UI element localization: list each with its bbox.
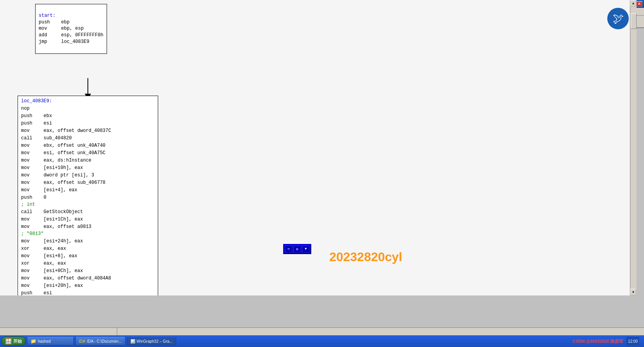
scrollbar-down-arrow[interactable]: ▼	[630, 289, 636, 295]
inst-mov-esi10h: mov [esi+10h], eax	[21, 164, 155, 171]
taskbar-item-ida[interactable]: IDA IDA - C:\Documen...	[75, 337, 125, 345]
ida-taskbar-icon: IDA	[79, 339, 86, 343]
csdn-label: CSDN @20232820 陈彦军	[573, 338, 623, 344]
inst-push-ebx: push ebx	[21, 112, 155, 119]
inst-mov-esi0ch: mov [esi+0Ch], eax	[21, 267, 155, 274]
start-button[interactable]: 🪟 开始	[2, 336, 25, 346]
inst-push-esi: push esi	[21, 120, 155, 127]
ida-logo: 🕊	[607, 8, 629, 29]
inst-mov-eax-a0813: mov eax, offset a0813; "0813"	[21, 223, 155, 237]
start-label: 开始	[13, 338, 22, 344]
inst-mov-ebx: mov ebx, offset unk_40A740	[21, 142, 155, 149]
inst-mov-dword-esi: mov dword ptr [esi], 3	[21, 172, 155, 179]
watermark: 20232820cyl	[329, 250, 402, 264]
scrollbar-right[interactable]: ▲ ▼	[630, 0, 637, 295]
inst-mov-esi8: mov [esi+8], eax	[21, 253, 155, 260]
clock-time: 12:00	[628, 339, 638, 343]
inst-push-0: push 0 ; int	[21, 194, 155, 208]
inst-mov-esi20h: mov [esi+20h], eax	[21, 282, 155, 289]
taskbar-right: CSDN @20232820 陈彦军 12:00	[573, 337, 642, 345]
start-inst-1: push ebp	[39, 20, 70, 25]
taskbar-item-wingraph[interactable]: 📊 WinGraph32 – Gra...	[127, 337, 176, 345]
scrollbar-up-arrow[interactable]: ▲	[630, 0, 636, 7]
inst-xor-eax-2: xor eax, eax	[21, 260, 155, 267]
inst-mov-eax-sub406778: mov eax, offset sub_406778	[21, 179, 155, 186]
inst-mov-esi24h: mov [esi+24h], eax	[21, 238, 155, 245]
start-inst-3: add esp, 0FFFFFFF0h	[39, 32, 103, 38]
loc-label: loc_4083E9:	[21, 98, 155, 105]
start-windows-icon: 🪟	[5, 338, 12, 344]
inst-mov-eax-hinstance: mov eax, ds:hInstance	[21, 157, 155, 164]
close-button[interactable]: ✕	[636, 1, 642, 7]
status-cell-1	[0, 328, 117, 335]
loc-4083e9-block: loc_4083E9: nop push ebx push esi mov ea…	[18, 96, 158, 295]
mini-btn-keyboard[interactable]: ⌨	[285, 246, 293, 253]
inst-push-esi: push esi ; lpWndClass	[21, 290, 155, 295]
taskbar: 🪟 开始 📁 hashed IDA IDA - C:\Documen... 📊 …	[0, 335, 644, 347]
inst-mov-eax-dword4084a8: mov eax, offset dword_4084A8	[21, 275, 155, 282]
inst-nop: nop	[21, 105, 155, 112]
scrollbar-thumb[interactable]	[631, 13, 637, 29]
status-text	[2, 329, 3, 334]
taskbar-ida-label: IDA - C:\Documen...	[87, 339, 122, 343]
inst-call-sub404820: call sub_404820	[21, 135, 155, 142]
taskbar-item-hashed[interactable]: 📁 hashed	[27, 337, 74, 345]
inst-mov-eax-dword: mov eax, offset dword_40837C	[21, 127, 155, 134]
status-bar	[0, 327, 644, 335]
inst-xor-eax-1: xor eax, eax	[21, 245, 155, 252]
start-label: start:	[39, 13, 55, 18]
start-inst-4: jmp loc_4083E9	[39, 39, 89, 44]
wingraph-taskbar-icon: 📊	[130, 339, 135, 343]
inst-mov-esi: mov esi, offset unk_40A75C	[21, 149, 155, 157]
taskbar-wingraph-label: WinGraph32 – Gra...	[137, 339, 173, 343]
taskbar-hashed-label: hashed	[38, 339, 51, 343]
graph-area: 🕊 start: push ebp mov ebp, esp add esp, …	[0, 0, 637, 295]
inst-call-getstockobject: call GetStockObject	[21, 208, 155, 215]
mini-toolbar[interactable]: ⌨ ⚙ ▼	[283, 244, 311, 254]
system-tray[interactable]: 12:00	[626, 337, 639, 345]
folder-icon: 📁	[30, 338, 36, 344]
mini-btn-dropdown[interactable]: ▼	[302, 246, 310, 253]
start-block: start: push ebp mov ebp, esp add esp, 0F…	[35, 4, 107, 54]
start-inst-2: mov ebp, esp	[39, 26, 84, 31]
inst-mov-esi1c: mov [esi+1Ch], eax	[21, 216, 155, 223]
ida-bird-icon: 🕊	[613, 12, 624, 25]
mini-btn-settings[interactable]: ⚙	[293, 246, 301, 253]
inst-mov-esi4: mov [esi+4], eax	[21, 187, 155, 194]
